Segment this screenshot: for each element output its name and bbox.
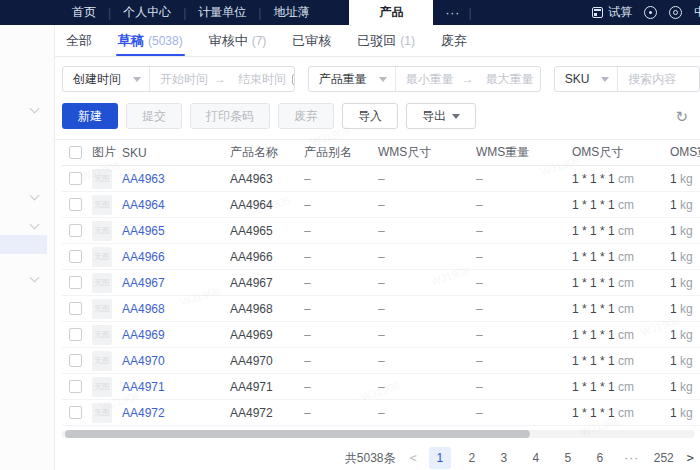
weight-field-select[interactable]: 产品重量	[309, 67, 396, 91]
page-list: 123456···252	[429, 447, 675, 469]
next-page-button[interactable]: >	[685, 451, 696, 465]
oms-weight-value: 1	[670, 172, 680, 186]
product-alias-cell: –	[304, 328, 378, 342]
max-weight-input[interactable]	[476, 67, 540, 91]
row-checkbox[interactable]	[69, 250, 82, 263]
sku-link[interactable]: AA4969	[122, 328, 165, 342]
discard-button[interactable]: 废弃	[278, 103, 334, 129]
sku-link[interactable]: AA4968	[122, 302, 165, 316]
sku-link[interactable]: AA4970	[122, 354, 165, 368]
top-navbar: 首页|个人中心|计量单位|地址薄 产品 ··· | 试算 中	[0, 0, 700, 25]
settings-icon[interactable]	[669, 6, 682, 19]
oms-weight-cell: 1 kg	[670, 406, 700, 420]
nav-more-button[interactable]: ···	[433, 6, 468, 20]
row-checkbox[interactable]	[69, 276, 82, 289]
import-button[interactable]: 导入	[342, 103, 398, 129]
page-button-4[interactable]: 4	[525, 447, 547, 469]
sidebar-active-item[interactable]	[0, 235, 47, 254]
nav-item-0[interactable]: 首页	[60, 4, 108, 21]
sku-link[interactable]: AA4966	[122, 250, 165, 264]
end-date-input[interactable]	[228, 67, 290, 91]
wms-size-cell: –	[378, 328, 476, 342]
tab-1[interactable]: 草稿(5038)	[118, 25, 183, 56]
page-button-252[interactable]: 252	[653, 447, 675, 469]
row-checkbox[interactable]	[69, 172, 82, 185]
row-checkbox[interactable]	[69, 302, 82, 315]
oms-size-unit: cm	[618, 354, 634, 368]
nav-item-3[interactable]: 地址薄	[261, 4, 321, 21]
product-image-placeholder: 无图	[92, 195, 112, 215]
oms-size-cell: 1 * 1 * 1 cm	[572, 354, 670, 368]
calendar-icon[interactable]	[292, 74, 295, 85]
action-toolbar: 新建 提交 打印条码 废弃 导入 导出 ↻	[55, 100, 700, 139]
wms-weight-cell: –	[476, 250, 572, 264]
submit-button[interactable]: 提交	[126, 103, 182, 129]
wms-size-cell: –	[378, 250, 476, 264]
col-header-name: 产品名称	[230, 144, 304, 161]
new-button[interactable]: 新建	[62, 103, 118, 129]
tab-0[interactable]: 全部	[66, 25, 92, 56]
oms-weight-value: 1	[670, 250, 680, 264]
language-toggle[interactable]: 中	[694, 4, 700, 21]
chevron-down-icon[interactable]	[30, 191, 40, 201]
min-weight-input[interactable]	[396, 67, 460, 91]
sku-link[interactable]: AA4971	[122, 380, 165, 394]
keyword-filter-group: SKU	[554, 66, 700, 92]
row-checkbox[interactable]	[69, 198, 82, 211]
range-arrow: →	[212, 72, 228, 86]
download-icon[interactable]	[644, 6, 657, 19]
col-header-wms-weight: WMS重量	[476, 144, 572, 161]
chevron-down-icon[interactable]	[30, 104, 40, 114]
search-field-select[interactable]: SKU	[555, 67, 619, 91]
row-checkbox[interactable]	[69, 224, 82, 237]
row-checkbox[interactable]	[69, 380, 82, 393]
page-button-5[interactable]: 5	[557, 447, 579, 469]
row-checkbox[interactable]	[69, 406, 82, 419]
row-checkbox[interactable]	[69, 328, 82, 341]
oms-size-cell: 1 * 1 * 1 cm	[572, 302, 670, 316]
row-checkbox[interactable]	[69, 354, 82, 367]
sku-link[interactable]: AA4963	[122, 172, 165, 186]
tab-4[interactable]: 已驳回(1)	[357, 25, 415, 56]
sku-link[interactable]: AA4967	[122, 276, 165, 290]
oms-weight-unit: kg	[680, 406, 693, 420]
nav-item-1[interactable]: 个人中心	[111, 4, 183, 21]
table-row: 无图AA4968AA4968–––1 * 1 * 1 cm1 kg	[62, 296, 700, 322]
oms-weight-unit: kg	[680, 250, 693, 264]
oms-size-unit: cm	[618, 198, 634, 212]
wms-size-cell: –	[378, 406, 476, 420]
date-field-select[interactable]: 创建时间	[63, 67, 150, 91]
tab-3[interactable]: 已审核	[292, 25, 331, 56]
sku-link[interactable]: AA4972	[122, 406, 165, 420]
chevron-down-icon[interactable]	[30, 273, 40, 283]
search-input[interactable]	[618, 67, 700, 91]
scrollbar-thumb[interactable]	[65, 430, 530, 438]
chevron-down-icon[interactable]	[30, 220, 40, 230]
print-barcode-button[interactable]: 打印条码	[190, 103, 270, 129]
page-button-3[interactable]: 3	[493, 447, 515, 469]
page-button-1[interactable]: 1	[429, 447, 451, 469]
sku-link[interactable]: AA4965	[122, 224, 165, 238]
nav-tab-product[interactable]: 产品	[349, 0, 433, 25]
trial-calc-button[interactable]: 试算	[592, 4, 632, 21]
refresh-icon[interactable]: ↻	[675, 109, 688, 124]
page-button-2[interactable]: 2	[461, 447, 483, 469]
chevron-down-icon	[379, 77, 387, 82]
oms-weight-cell: 1 kg	[670, 172, 700, 186]
product-image-placeholder: 无图	[92, 403, 112, 423]
nav-item-2[interactable]: 计量单位	[186, 4, 258, 21]
oms-weight-value: 1	[670, 380, 680, 394]
wms-weight-cell: –	[476, 302, 572, 316]
page-button-6[interactable]: 6	[589, 447, 611, 469]
tab-2[interactable]: 审核中(7)	[209, 25, 267, 56]
oms-size-cell: 1 * 1 * 1 cm	[572, 328, 670, 342]
product-name-cell: AA4966	[230, 250, 304, 264]
horizontal-scrollbar[interactable]	[62, 430, 695, 438]
left-sidebar	[0, 25, 55, 470]
start-date-input[interactable]	[150, 67, 212, 91]
export-button[interactable]: 导出	[406, 103, 476, 129]
tab-5[interactable]: 废弃	[441, 25, 467, 56]
sku-link[interactable]: AA4964	[122, 198, 165, 212]
select-all-checkbox[interactable]	[69, 146, 82, 159]
prev-page-button[interactable]: <	[408, 451, 419, 465]
